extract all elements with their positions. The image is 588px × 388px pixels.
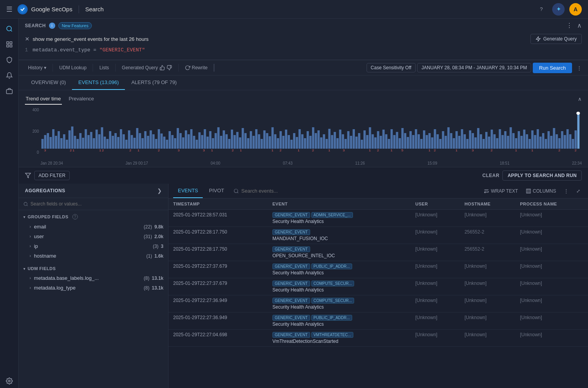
grouped-fields-collapse-icon: ▾ [23, 215, 25, 219]
svg-rect-101 [288, 135, 290, 149]
add-feature-button[interactable]: ✦ [552, 3, 565, 16]
svg-rect-154 [431, 137, 434, 149]
expand-icon: › [30, 254, 31, 258]
clear-button[interactable]: CLEAR [483, 173, 500, 178]
svg-rect-72 [209, 131, 212, 149]
user-avatar[interactable]: A [569, 3, 582, 16]
svg-rect-105 [298, 129, 301, 149]
event-tag: VMTHREATDETEC... [311, 332, 353, 338]
events-more-options-icon[interactable]: ⋮ [561, 187, 572, 195]
tab-alerts[interactable]: ALERTS (79 OF 79) [125, 75, 183, 90]
table-row[interactable]: 2025-01-29T22:27:36.949GENERIC_EVENTCOMP… [169, 295, 588, 313]
run-search-button[interactable]: Run Search [533, 63, 572, 73]
sidebar-item-alerts[interactable] [2, 68, 16, 83]
expand-icon: › [30, 276, 31, 280]
svg-point-245 [234, 189, 238, 192]
aggregations-collapse-button[interactable]: ❯ [157, 188, 162, 194]
events-search-input[interactable] [241, 188, 476, 194]
agg-item-base-labels[interactable]: › metadata.base_labels.log_... (8) 13.1k [19, 273, 168, 283]
agg-item-log-type[interactable]: › metadata.log_type (8) 13.1k [19, 283, 168, 293]
table-row[interactable]: 2025-01-29T22:28:17.750GENERIC_EVENTOPEN… [169, 244, 588, 261]
svg-rect-124 [350, 136, 352, 149]
search-info-icon[interactable]: i [49, 23, 55, 29]
table-row[interactable]: 2025-01-29T22:27:04.698GENERIC_EVENTVMTH… [169, 330, 588, 347]
sidebar-item-settings[interactable] [2, 374, 16, 388]
sidebar-item-expand[interactable] [2, 37, 16, 51]
generate-query-label: Generate Query [543, 36, 577, 42]
tab-overview[interactable]: OVERVIEW (0) [25, 75, 72, 90]
grouped-fields-header[interactable]: ▾ GROUPED FIELDS ? [19, 212, 168, 222]
sidebar-item-search[interactable] [2, 22, 16, 36]
sidebar-item-shield[interactable] [2, 53, 16, 67]
agg-item-ip[interactable]: › ip (3) 3 [19, 241, 168, 251]
udm-fields-header[interactable]: ▾ UDM FIELDS [19, 264, 168, 273]
rewrite-button[interactable]: Rewrite [182, 63, 211, 72]
cell-hostname: [Unknown] [460, 295, 515, 313]
toolbar-more-icon[interactable]: ⋮ [577, 65, 582, 71]
case-sensitivity-button[interactable]: Case Sensitivity Off [367, 63, 416, 72]
events-tab-events[interactable]: EVENTS [173, 184, 203, 198]
event-tag: ADMIN_SERVICE_... [311, 212, 353, 218]
search-toolbar: History ▾ UDM Lookup Lists Generated Que… [19, 60, 588, 75]
chart-tab-trend[interactable]: Trend over time [25, 93, 62, 105]
lists-button[interactable]: Lists [96, 63, 112, 72]
svg-text:3: 3 [203, 149, 205, 152]
toolbar-separator-4 [178, 64, 179, 72]
wrap-text-button[interactable]: WRAP TEXT [481, 187, 521, 195]
table-row[interactable]: 2025-01-29T22:28:57.031GENERIC_EVENTADMI… [169, 210, 588, 227]
agg-item-user[interactable]: › user (31) 2.0k [19, 232, 168, 241]
sidebar-item-cases[interactable] [2, 84, 16, 98]
svg-rect-204 [567, 129, 569, 149]
natural-language-input[interactable] [33, 36, 527, 42]
search-collapse-icon[interactable]: ∧ [577, 22, 582, 29]
svg-rect-86 [247, 138, 249, 149]
menu-icon[interactable]: ☰ [6, 5, 12, 14]
cell-hostname: 256552-2 [460, 227, 515, 244]
svg-rect-104 [296, 137, 298, 149]
agg-item-value: 9.8k [154, 224, 163, 230]
expand-icon: › [30, 244, 31, 248]
events-search-box[interactable] [230, 186, 479, 195]
tab-events[interactable]: EVENTS (13,096) [72, 75, 125, 90]
table-row[interactable]: 2025-01-29T22:27:36.949GENERIC_EVENTPUBL… [169, 313, 588, 330]
apply-search-button[interactable]: APPLY TO SEARCH AND RUN [502, 170, 582, 181]
history-button[interactable]: History ▾ [25, 63, 49, 72]
events-tab-pivot[interactable]: PIVOT [204, 184, 229, 198]
cell-hostname: [Unknown] [460, 210, 515, 227]
chart-tab-prevalence[interactable]: Prevalence [68, 93, 95, 105]
agg-item-hostname[interactable]: › hostname (1) 1.6k [19, 251, 168, 261]
svg-text:1: 1 [531, 149, 533, 152]
col-event: EVENT [268, 198, 411, 210]
search-options-icon[interactable]: ⋮ [566, 22, 572, 29]
svg-rect-82 [236, 132, 239, 149]
table-row[interactable]: 2025-01-29T22:27:37.679GENERIC_EVENTCOMP… [169, 278, 588, 295]
generated-query-button[interactable]: Generated Query [119, 63, 175, 72]
cell-process-name: [Unknown] [515, 261, 588, 278]
cell-timestamp: 2025-01-29T22:27:37.679 [169, 261, 268, 278]
add-filter-button[interactable]: ADD FILTER [34, 171, 70, 180]
cell-timestamp: 2025-01-29T22:28:57.031 [169, 210, 268, 227]
generate-query-button[interactable]: Generate Query [530, 34, 582, 44]
agg-item-email[interactable]: › email (22) 9.8k [19, 222, 168, 232]
svg-rect-106 [301, 134, 304, 149]
grouped-fields-help-icon[interactable]: ? [72, 214, 78, 219]
svg-text:2: 2 [377, 149, 379, 152]
table-row[interactable]: 2025-01-29T22:28:17.750GENERIC_EVENTMAND… [169, 227, 588, 244]
aggregations-search-input[interactable] [30, 201, 163, 207]
svg-rect-79 [228, 139, 230, 149]
table-row[interactable]: 2025-01-29T22:27:37.679GENERIC_EVENTPUBL… [169, 261, 588, 278]
chart-collapse-button[interactable]: ∧ [578, 96, 582, 102]
svg-rect-117 [331, 135, 333, 149]
x-label-7: 22:34 [572, 161, 582, 165]
event-tag: GENERIC_EVENT [272, 315, 310, 321]
events-expand-icon[interactable]: ⤢ [573, 187, 583, 195]
help-button[interactable]: ? [535, 3, 548, 16]
columns-button[interactable]: COLUMNS [523, 187, 559, 195]
date-range-button[interactable]: JANUARY 28, 08:34 PM - JANUARY 29, 10:34… [417, 63, 531, 72]
svg-rect-203 [564, 135, 566, 149]
svg-rect-196 [545, 139, 547, 149]
new-features-badge[interactable]: New Features [58, 22, 92, 29]
search-close-icon[interactable]: ✕ [25, 36, 30, 42]
udm-lookup-button[interactable]: UDM Lookup [56, 63, 90, 72]
svg-rect-83 [239, 137, 241, 149]
